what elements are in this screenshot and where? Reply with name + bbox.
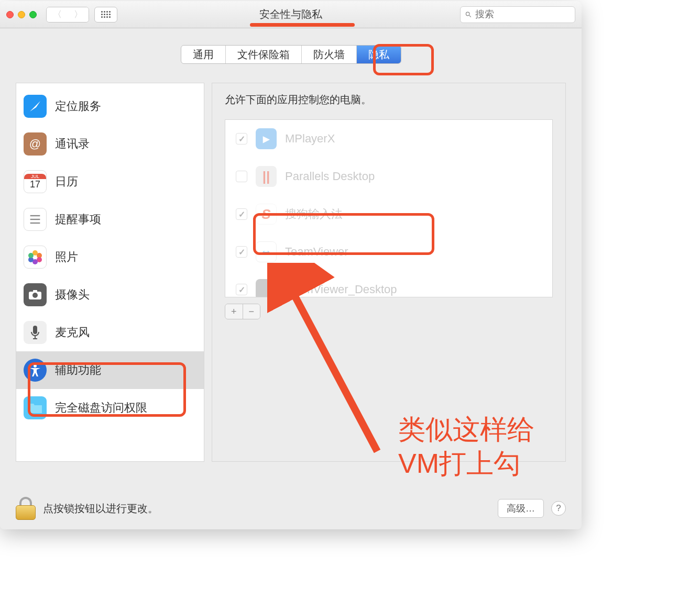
- reminders-icon: [24, 208, 47, 231]
- minimize-button[interactable]: [18, 11, 25, 18]
- content: 定位服务 @ 通讯录 JUL 17 日历 提醒事项: [0, 64, 582, 462]
- sidebar-item-label: 定位服务: [55, 98, 101, 114]
- toolbar-nav: 〈 〉: [46, 7, 117, 23]
- app-icon: ▶: [256, 128, 277, 149]
- annotation-underline: [250, 23, 355, 27]
- folder-icon: [24, 396, 47, 419]
- forward-button[interactable]: 〉: [68, 7, 89, 22]
- window-controls: [6, 11, 37, 18]
- privacy-sidebar: 定位服务 @ 通讯录 JUL 17 日历 提醒事项: [16, 83, 204, 462]
- checkbox[interactable]: [236, 246, 247, 258]
- checkbox[interactable]: [236, 133, 247, 145]
- help-button[interactable]: ?: [551, 501, 566, 516]
- contacts-icon: @: [24, 132, 47, 155]
- lock-button[interactable]: [16, 497, 36, 520]
- tab-privacy[interactable]: 隐私: [357, 46, 401, 63]
- svg-point-8: [28, 253, 34, 258]
- add-button[interactable]: +: [225, 304, 243, 319]
- app-row-sogou[interactable]: S 搜狗输入法: [225, 195, 552, 233]
- panel-heading: 允许下面的应用控制您的电脑。: [225, 93, 553, 107]
- back-button[interactable]: 〈: [47, 7, 68, 22]
- sidebar-item-fulldisk[interactable]: 完全磁盘访问权限: [16, 389, 204, 427]
- right-panel: 允许下面的应用控制您的电脑。 ▶ MPlayerX || Parallels D…: [212, 83, 566, 462]
- app-icon: ||: [256, 166, 277, 187]
- tabs: 通用 文件保险箱 防火墙 隐私: [0, 45, 582, 64]
- app-icon: ↔: [256, 241, 277, 262]
- maximize-button[interactable]: [29, 11, 37, 18]
- show-all-button[interactable]: [94, 7, 117, 23]
- sidebar-item-label: 麦克风: [55, 325, 90, 340]
- app-row-teamviewer[interactable]: ↔ TeamViewer: [225, 233, 552, 271]
- add-remove-segment: + −: [225, 304, 260, 319]
- search-input[interactable]: [475, 9, 571, 20]
- sidebar-item-calendar[interactable]: JUL 17 日历: [16, 163, 204, 201]
- sidebar-item-location[interactable]: 定位服务: [16, 87, 204, 125]
- tab-firewall[interactable]: 防火墙: [302, 46, 357, 63]
- nav-segment: 〈 〉: [46, 7, 89, 23]
- svg-rect-11: [33, 290, 37, 292]
- app-row-parallels[interactable]: || Parallels Desktop: [225, 158, 552, 195]
- lock-body-icon: [16, 505, 36, 520]
- svg-rect-12: [33, 326, 37, 334]
- calendar-icon: JUL 17: [24, 170, 47, 193]
- close-button[interactable]: [6, 11, 14, 18]
- app-row-teamviewer-desktop[interactable]: TeamViewer_Desktop: [225, 271, 552, 297]
- advanced-button[interactable]: 高级…: [498, 499, 544, 518]
- sidebar-item-camera[interactable]: 摄像头: [16, 276, 204, 314]
- camera-icon: [24, 283, 47, 306]
- app-list[interactable]: ▶ MPlayerX || Parallels Desktop S 搜狗输入法 …: [225, 119, 553, 297]
- sidebar-item-microphone[interactable]: 麦克风: [16, 314, 204, 351]
- sidebar-item-reminders[interactable]: 提醒事项: [16, 201, 204, 238]
- location-icon: [24, 95, 47, 118]
- sidebar-item-label: 通讯录: [55, 136, 90, 152]
- svg-point-10: [32, 293, 38, 298]
- sidebar-item-label: 照片: [55, 249, 78, 265]
- preferences-window: 〈 〉 安全性与隐私 通用 文件保险箱 防火墙 隐私: [0, 1, 582, 529]
- app-row-mplayerx[interactable]: ▶ MPlayerX: [225, 120, 552, 158]
- app-name: TeamViewer_Desktop: [285, 283, 397, 296]
- sidebar-item-accessibility[interactable]: 辅助功能: [16, 351, 204, 389]
- app-icon: S: [256, 204, 277, 225]
- sidebar-item-label: 提醒事项: [55, 212, 101, 227]
- app-name: TeamViewer: [285, 245, 348, 259]
- microphone-icon: [24, 321, 47, 344]
- sidebar-item-label: 摄像头: [55, 287, 90, 303]
- sidebar-item-contacts[interactable]: @ 通讯录: [16, 125, 204, 163]
- checkbox[interactable]: [236, 171, 247, 182]
- app-name: Parallels Desktop: [285, 170, 375, 183]
- footer: 点按锁按钮以进行更改。 高级… ?: [0, 487, 582, 529]
- sidebar-item-label: 日历: [55, 174, 78, 190]
- app-icon: [256, 279, 277, 297]
- grid-icon: [101, 11, 111, 18]
- app-name: MPlayerX: [285, 132, 335, 146]
- tab-filevault[interactable]: 文件保险箱: [226, 46, 302, 63]
- lock-text: 点按锁按钮以进行更改。: [43, 502, 158, 516]
- search-field[interactable]: [460, 6, 575, 23]
- sidebar-item-label: 完全磁盘访问权限: [55, 400, 147, 416]
- search-icon: [465, 10, 472, 19]
- photos-icon: [24, 246, 47, 269]
- svg-point-15: [34, 364, 37, 368]
- checkbox[interactable]: [236, 208, 247, 220]
- tab-general[interactable]: 通用: [181, 46, 226, 63]
- remove-button[interactable]: −: [243, 304, 260, 319]
- sidebar-item-label: 辅助功能: [55, 362, 101, 378]
- app-name: 搜狗输入法: [285, 206, 343, 222]
- checkbox[interactable]: [236, 284, 247, 295]
- sidebar-item-photos[interactable]: 照片: [16, 238, 204, 276]
- accessibility-icon: [24, 359, 47, 382]
